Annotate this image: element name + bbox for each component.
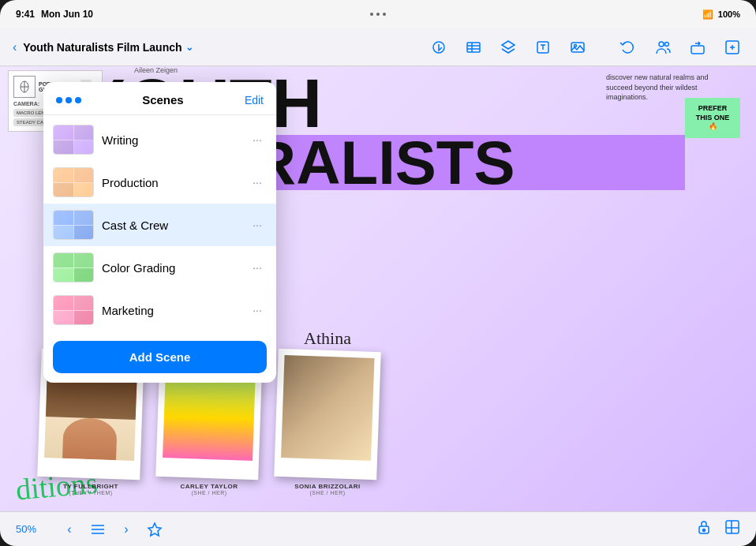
polaroid-3 bbox=[274, 349, 381, 480]
scene-thumbnail-production bbox=[53, 167, 94, 197]
text-icon[interactable] bbox=[532, 36, 554, 58]
bottom-bar-right bbox=[696, 519, 740, 539]
cast-info-3: SONIA BRIZZOLARI (SHE / HER) bbox=[276, 483, 379, 496]
scenes-title: Scenes bbox=[81, 93, 245, 107]
add-scene-button[interactable]: Add Scene bbox=[53, 341, 267, 373]
scene-more-cast[interactable]: ··· bbox=[248, 215, 267, 234]
scene-name-marketing: Marketing bbox=[102, 304, 240, 317]
scene-more-color[interactable]: ··· bbox=[248, 258, 267, 277]
status-bar-right: 📶 100% bbox=[702, 9, 740, 20]
scene-name-color: Color Grading bbox=[102, 261, 240, 275]
scenes-panel: Scenes Edit bbox=[43, 82, 276, 383]
scene-name-production: Production bbox=[102, 176, 240, 189]
scenes-edit-button[interactable]: Edit bbox=[245, 94, 264, 107]
svg-marker-5 bbox=[502, 41, 515, 49]
layers-icon[interactable] bbox=[497, 36, 519, 58]
scene-name-writing: Writing bbox=[102, 133, 240, 147]
back-chevron: ‹ bbox=[13, 40, 17, 54]
scenes-dot-1 bbox=[56, 97, 62, 103]
cast-pronouns-2: (SHE / HER) bbox=[158, 490, 260, 496]
scene-item-marketing[interactable]: Marketing ··· bbox=[43, 289, 276, 331]
scene-name-cast: Cast & Crew bbox=[102, 219, 240, 232]
prev-slide-button[interactable]: ‹ bbox=[57, 517, 82, 542]
scene-thumbnail-color bbox=[53, 252, 94, 282]
status-bar-center bbox=[370, 13, 386, 16]
cast-pronouns-3: (SHE / HER) bbox=[276, 490, 379, 496]
scenes-list: Writing ··· bbox=[43, 115, 276, 335]
main-area: PORTAL GRAPHICS CAMERA: MACRO LENS STEAD… bbox=[0, 66, 756, 511]
time: 9:41 bbox=[16, 9, 35, 20]
collaborators-icon[interactable] bbox=[652, 36, 674, 58]
wifi-icon: 📶 bbox=[702, 9, 713, 20]
dot1 bbox=[370, 13, 373, 16]
bottom-bar: 50% ‹ › bbox=[0, 511, 756, 546]
undo-icon[interactable] bbox=[617, 36, 639, 58]
cast-item-3: Athina SONIA BRIZZOLARI (SHE / HER) bbox=[276, 328, 379, 496]
sticky-note: PREFERTHIS ONE🔥 bbox=[685, 98, 740, 138]
document-title[interactable]: Youth Naturalists Film Launch ⌄ bbox=[23, 41, 421, 54]
lock-icon[interactable] bbox=[696, 519, 712, 539]
svg-point-25 bbox=[703, 529, 705, 532]
svg-rect-1 bbox=[467, 43, 480, 52]
cast-info-1: TY FULLBRIGHT (THEY / THEM) bbox=[39, 483, 142, 496]
view-grid-icon[interactable] bbox=[724, 519, 740, 539]
cast-pronouns-1: (THEY / THEM) bbox=[39, 490, 142, 496]
scene-more-production[interactable]: ··· bbox=[248, 173, 267, 192]
scene-more-marketing[interactable]: ··· bbox=[248, 301, 267, 320]
date: Mon Jun 10 bbox=[41, 9, 93, 20]
title-text: Youth Naturalists Film Launch bbox=[23, 41, 182, 54]
slide-list-button[interactable] bbox=[85, 517, 110, 542]
cast-name-3: SONIA BRIZZOLARI bbox=[276, 483, 379, 490]
status-bar-left: 9:41 Mon Jun 10 bbox=[16, 9, 93, 20]
scene-item-writing[interactable]: Writing ··· bbox=[43, 118, 276, 161]
photo-sonia bbox=[281, 355, 374, 461]
scene-more-writing[interactable]: ··· bbox=[248, 130, 267, 149]
insert-image-icon[interactable] bbox=[567, 36, 589, 58]
bottom-nav: ‹ › bbox=[57, 517, 167, 542]
scene-thumbnail-cast bbox=[53, 210, 94, 240]
shapes-icon[interactable] bbox=[428, 36, 450, 58]
svg-rect-13 bbox=[691, 46, 704, 54]
title-chevron-icon: ⌄ bbox=[185, 42, 193, 53]
svg-marker-23 bbox=[148, 523, 161, 536]
next-slide-button[interactable]: › bbox=[114, 517, 139, 542]
toolbar-icons bbox=[428, 36, 589, 58]
zoom-level[interactable]: 50% bbox=[16, 523, 44, 535]
back-button[interactable]: ‹ bbox=[13, 40, 17, 54]
svg-point-12 bbox=[665, 42, 669, 46]
favorite-button[interactable] bbox=[142, 517, 167, 542]
scenes-dot-2 bbox=[65, 97, 72, 103]
svg-rect-26 bbox=[726, 521, 739, 533]
scenes-header: Scenes Edit bbox=[43, 82, 276, 115]
scene-item-color[interactable]: Color Grading ··· bbox=[43, 246, 276, 289]
dot2 bbox=[376, 13, 380, 16]
scene-thumbnail-writing bbox=[53, 125, 94, 155]
table-icon[interactable] bbox=[462, 36, 485, 58]
scene-item-cast[interactable]: Cast & Crew ··· bbox=[43, 204, 276, 246]
more-icon[interactable] bbox=[721, 36, 743, 58]
svg-point-11 bbox=[659, 42, 664, 47]
cast-info-2: CARLEY TAYLOR (SHE / HER) bbox=[158, 483, 260, 496]
scenes-dots bbox=[56, 97, 81, 103]
cast-name-2: CARLEY TAYLOR bbox=[158, 483, 260, 490]
cast-name-1: TY FULLBRIGHT bbox=[39, 483, 142, 490]
scene-item-production[interactable]: Production ··· bbox=[43, 161, 276, 204]
person-label: Aileen Zeigen bbox=[134, 66, 178, 74]
dot3 bbox=[383, 13, 386, 16]
toolbar: ‹ Youth Naturalists Film Launch ⌄ bbox=[0, 28, 756, 66]
status-bar: 9:41 Mon Jun 10 📶 100% bbox=[0, 0, 756, 28]
scene-thumbnail-marketing bbox=[53, 295, 94, 325]
battery: 100% bbox=[718, 9, 740, 19]
sticky-text: PREFERTHIS ONE🔥 bbox=[696, 104, 730, 130]
scenes-dot-3 bbox=[75, 97, 81, 103]
share-icon[interactable] bbox=[687, 36, 709, 58]
toolbar-right-icons bbox=[617, 36, 743, 58]
